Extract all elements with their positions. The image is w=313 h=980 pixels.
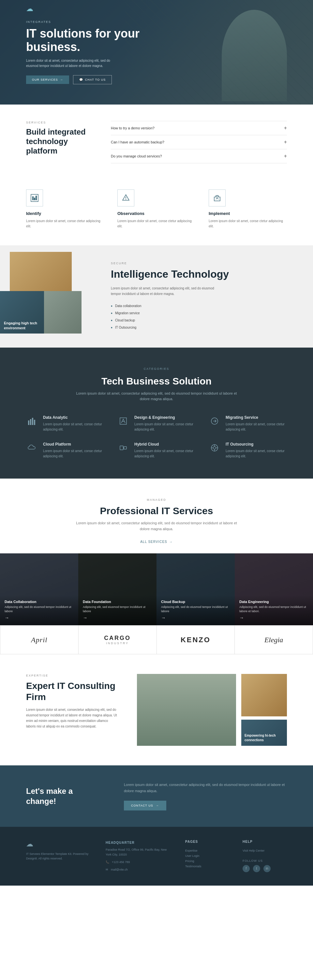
hybrid-cloud-title: Hybrid Cloud xyxy=(134,442,196,447)
faq-expand-icon-1: + xyxy=(284,139,287,145)
svg-rect-10 xyxy=(30,419,31,425)
intel-tag: SECURE xyxy=(111,262,293,265)
categories-desc: Lorem ipsum dolor sit amet, consectetur … xyxy=(75,391,238,402)
category-cloud-platform: Cloud Platform Lorem ipsum dolor sit ame… xyxy=(26,442,104,459)
managed-title: Professional IT Services xyxy=(26,505,287,517)
footer-email: ✉ mail@vite.ch xyxy=(106,867,172,872)
hybrid-cloud-content: Hybrid Cloud Lorem ipsum dolor sit amet,… xyxy=(134,442,196,459)
logo-kenzo: KENZO xyxy=(157,625,235,654)
expert-title: Expert IT Consulting Firm xyxy=(26,681,117,702)
hero-section: ☁ INTEGRATES IT solutions for your busin… xyxy=(0,0,313,105)
facebook-icon[interactable]: f xyxy=(243,865,250,872)
logo-april-text: April xyxy=(31,636,47,644)
faq-item-2[interactable]: Do you manage cloud services? + xyxy=(111,149,287,163)
svg-point-6 xyxy=(125,199,126,200)
footer-help-center[interactable]: Visit Help Center xyxy=(243,848,287,853)
hero-title: IT solutions for your business. xyxy=(26,27,163,54)
categories-tag: CATEGORIES xyxy=(26,367,287,371)
migrating-desc: Lorem ipsum dolor sit amet, conse ctetur… xyxy=(226,422,287,432)
footer-page-expertise[interactable]: Expertise xyxy=(185,848,229,853)
feature-implement: Implement Lorem ipsum dolor sit amet, co… xyxy=(209,189,287,229)
design-engineering-title: Design & Engineering xyxy=(134,415,196,420)
implement-desc: Lorem ipsum dolor sit amet, conse ctetur… xyxy=(209,218,287,229)
intel-list: Data collaboration Migration service Clo… xyxy=(111,302,293,331)
image-card-1-arrow[interactable]: → xyxy=(83,615,87,620)
cloud-platform-desc: Lorem ipsum dolor sit amet, conse ctetur… xyxy=(43,449,104,459)
logo-april: April xyxy=(0,625,79,654)
our-services-button[interactable]: OUR SERVICES → xyxy=(26,75,69,84)
svg-rect-17 xyxy=(124,447,126,449)
footer-page-testimonials[interactable]: Testimonials xyxy=(185,864,229,869)
footer-cta-section: Let's make a change! Lorem ipsum dolor s… xyxy=(0,765,313,826)
feature-identify: Identify Lorem ipsum dolor sit amet, con… xyxy=(26,189,104,229)
hero-description: Lorem dolor sit at amet, consectetur adi… xyxy=(26,58,111,68)
it-outsourcing-content: IT Outsourcing Lorem ipsum dolor sit ame… xyxy=(226,442,287,459)
footer-logo-icon: ☁ xyxy=(26,840,93,848)
faq-expand-icon-2: + xyxy=(284,153,287,159)
image-card-1-desc: Adipiscing elit, sed eiusmod tempor inci… xyxy=(83,605,152,613)
image-card-2-arrow[interactable]: → xyxy=(161,615,166,620)
footer-email-address: mail@vite.ch xyxy=(111,867,128,872)
image-card-3: Data Engineering Adipiscing elit, sed do… xyxy=(235,554,313,625)
identify-icon xyxy=(30,194,39,202)
implement-title: Implement xyxy=(209,211,287,216)
category-design-engineering: Design & Engineering Lorem ipsum dolor s… xyxy=(117,415,196,432)
intel-list-item-2: Cloud backup xyxy=(111,317,293,324)
contact-us-button[interactable]: CONTACT US → xyxy=(124,801,166,810)
intel-secondary-image xyxy=(44,291,82,334)
services-section: SERVICES Build integrated technology pla… xyxy=(0,105,313,180)
intel-overlay-label: Engaging high tech environment xyxy=(4,321,47,330)
logo-cargo-text: CARGO xyxy=(104,635,131,641)
footer-pages-column: PAGES Expertise User Login Pricing Testi… xyxy=(185,840,229,872)
expert-bottom-image: Empowering hi-tech connections xyxy=(241,720,287,746)
managed-tag: MANAGED xyxy=(26,498,287,501)
twitter-icon[interactable]: t xyxy=(253,865,260,872)
logos-section: April CARGO INDUSTRY KENZO Elegia xyxy=(0,625,313,654)
footer-hq-label: HEADQUARTER xyxy=(106,840,172,845)
expert-tag: EXPERTISE xyxy=(26,674,117,677)
hero-buttons: OUR SERVICES → 💬 CHAT TO US xyxy=(26,75,163,84)
expert-main-image xyxy=(137,674,236,746)
identify-icon-box xyxy=(26,189,43,207)
image-card-0-content: Data Collaboration Adipiscing elit, sed … xyxy=(0,595,78,625)
footer-help-label: HELP xyxy=(243,840,287,843)
image-card-1: Data Foundation Adipiscing elit, sed eiu… xyxy=(78,554,156,625)
expert-left: EXPERTISE Expert IT Consulting Firm Lore… xyxy=(26,674,117,736)
data-analytic-content: Data Analytic Lorem ipsum dolor sit amet… xyxy=(43,415,104,432)
logo-cargo-subtitle: INDUSTRY xyxy=(104,641,131,645)
chat-button[interactable]: 💬 CHAT TO US xyxy=(73,75,112,84)
footer-pages-list: Expertise User Login Pricing Testimonial… xyxy=(185,848,229,869)
footer-page-login[interactable]: User Login xyxy=(185,853,229,859)
intel-desc: Lorem ipsum dolor sit amet, consectetur … xyxy=(111,285,215,297)
migrating-content: Migrating Service Lorem ipsum dolor sit … xyxy=(226,415,287,432)
image-card-3-arrow[interactable]: → xyxy=(239,615,244,620)
image-card-2-title: Cloud Backup xyxy=(161,600,230,604)
all-services-link[interactable]: ALL SERVICES → xyxy=(140,540,173,544)
svg-rect-7 xyxy=(214,197,220,201)
image-card-0-arrow[interactable]: → xyxy=(5,615,9,620)
implement-icon-box xyxy=(209,189,226,207)
footer: ☁ IT Servees Elementor Template Kit. Pow… xyxy=(0,827,313,886)
footer-page-pricing[interactable]: Pricing xyxy=(185,859,229,864)
category-it-outsourcing: IT Outsourcing Lorem ipsum dolor sit ame… xyxy=(209,442,287,459)
svg-point-20 xyxy=(213,447,216,449)
logo-cargo: CARGO INDUSTRY xyxy=(79,625,157,654)
hybrid-icon xyxy=(117,442,129,454)
footer-brand: ☁ IT Servees Elementor Template Kit. Pow… xyxy=(26,840,93,872)
contact-arrow-icon: → xyxy=(156,804,159,807)
linkedin-icon[interactable]: in xyxy=(264,865,270,872)
chat-icon: 💬 xyxy=(79,78,83,81)
category-hybrid-cloud: Hybrid Cloud Lorem ipsum dolor sit amet,… xyxy=(117,442,196,459)
faq-expand-icon-0: + xyxy=(284,125,287,131)
hero-person-silhouette xyxy=(222,10,287,101)
faq-item-1[interactable]: Can I have an automatic backup? + xyxy=(111,135,287,149)
categories-title: Tech Business Solution xyxy=(26,375,287,387)
image-card-1-title: Data Foundation xyxy=(83,600,152,604)
expert-section: EXPERTISE Expert IT Consulting Firm Lore… xyxy=(0,654,313,765)
category-data-analytic: Data Analytic Lorem ipsum dolor sit amet… xyxy=(26,415,104,432)
data-analytic-icon xyxy=(26,415,38,427)
intel-list-item-0: Data collaboration xyxy=(111,302,293,310)
footer-follow-label: FOLLOW US xyxy=(243,859,287,862)
outsourcing-icon xyxy=(209,442,220,454)
faq-item-0[interactable]: How to try a demo version? + xyxy=(111,121,287,135)
